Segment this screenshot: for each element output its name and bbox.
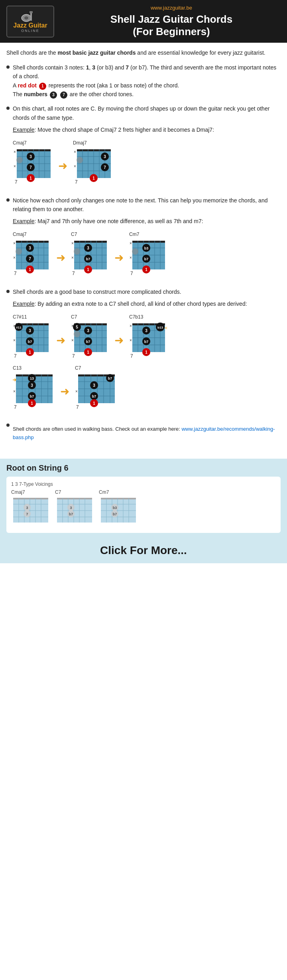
- svg-text:5: 5: [76, 325, 78, 329]
- svg-text:7: 7: [15, 179, 18, 185]
- root-section: Root on String 6 1 3 7-Type Voicings Cma…: [0, 459, 287, 538]
- svg-text:×: ×: [71, 255, 74, 260]
- svg-point-137: [74, 331, 80, 337]
- svg-text:1: 1: [87, 267, 89, 272]
- click-more-banner[interactable]: Click For More...: [0, 538, 287, 563]
- chord-label-dmaj7: Dmaj7: [73, 139, 87, 147]
- svg-point-16: [16, 157, 23, 163]
- chord-diagram-c13: × ➜ 13 3 b7 1: [13, 373, 55, 411]
- logo-text: Jazz Guitar: [13, 22, 47, 29]
- chord-group-c7b13: C7b13 × ×: [129, 313, 167, 360]
- chord-row-2: Cmaj7 × ×: [13, 231, 281, 277]
- bullet-item-5: Shell chords are often used in walking b…: [6, 421, 281, 446]
- root-chord-label-3: Cm7: [99, 489, 109, 495]
- page-title: Shell Jazz Guitar Chords (For Beginners): [62, 13, 281, 38]
- svg-text:7: 7: [130, 271, 133, 276]
- bullet-item-4: Shell chords are a good base to construc…: [6, 287, 281, 416]
- arrow-icon-5: ➜: [114, 332, 124, 350]
- chord-diagram-cmaj7-2: × × 3 7 1 7: [13, 239, 51, 277]
- root-chord-diagram-3: b7 b3: [99, 496, 139, 528]
- bullet-content-3: Notice how each chord only changes one n…: [13, 196, 281, 282]
- chord-label-c7s11: C7#11: [13, 313, 27, 321]
- svg-text:13: 13: [30, 376, 34, 380]
- chord-group-c7-3: C7 × b7: [75, 364, 117, 411]
- chord-group-cmaj7-1: Cmaj7: [13, 139, 53, 186]
- chord-diagram-c7b13: × × b13 3 b7 1 7 ➜: [129, 322, 167, 360]
- chord-diagram-cm7-1: × × b3 b7 1 7: [129, 239, 167, 277]
- example-label-2: Example: [13, 218, 34, 224]
- bullet-item-1: Shell chords contain 3 notes: 1, 3 (or b…: [6, 63, 281, 99]
- svg-text:3: 3: [93, 383, 95, 388]
- root-chord-diagram-2: b7 3: [55, 496, 95, 528]
- svg-point-1: [24, 16, 28, 20]
- bullet-dot: [6, 65, 10, 69]
- svg-rect-211: [13, 498, 48, 499]
- svg-text:7: 7: [26, 512, 28, 516]
- chord-row-3: C7#11 × ×: [13, 313, 281, 360]
- root-chord-label-1: Cmaj7: [11, 489, 25, 495]
- chord-group-cm7: Cm7 × ×: [129, 231, 167, 277]
- svg-text:b7: b7: [108, 376, 112, 380]
- svg-text:1: 1: [93, 401, 95, 406]
- svg-text:3: 3: [145, 329, 147, 333]
- svg-text:3: 3: [31, 383, 33, 388]
- svg-text:3: 3: [29, 246, 31, 250]
- svg-text:×: ×: [13, 255, 16, 260]
- arrow-icon-4: ➜: [56, 332, 65, 350]
- bullet-content-4: Shell chords are a good base to construc…: [13, 287, 281, 416]
- bullet-dot-4: [6, 290, 10, 293]
- bullet-content-2: On this chart, all root notes are C. By …: [13, 104, 281, 190]
- svg-text:b3: b3: [113, 506, 117, 510]
- svg-text:1: 1: [29, 350, 31, 354]
- bullet-dot-3: [6, 198, 10, 202]
- svg-text:3: 3: [87, 246, 89, 250]
- chord-group-dmaj7: Dmaj7 × ×: [73, 139, 113, 186]
- chord-label-c7-3: C7: [75, 364, 81, 372]
- svg-text:b3: b3: [144, 246, 149, 250]
- bullet-content-1: Shell chords contain 3 notes: 1, 3 (or b…: [13, 63, 281, 99]
- svg-text:×: ×: [14, 164, 16, 168]
- chord-diagram-c7-2: × × 5 3 b7 1 7: [71, 322, 109, 360]
- svg-text:×: ×: [75, 389, 78, 394]
- root-chord-row: Cmaj7 7 3: [11, 489, 276, 528]
- svg-text:b7: b7: [113, 512, 117, 516]
- svg-text:b7: b7: [144, 340, 149, 344]
- chord-diagram-c7-3: × b7 3 b7 1 7: [75, 373, 117, 411]
- bullet-item-2: On this chart, all root notes are C. By …: [6, 104, 281, 190]
- page-header: Jazz Guitar ONLINE www.jazzguitar.be She…: [0, 0, 287, 43]
- chord-label-c7-1: C7: [71, 231, 77, 238]
- chord-diagram-c7-1: × × 3 b7 1 7: [71, 239, 109, 277]
- svg-text:7: 7: [76, 404, 79, 410]
- svg-text:×: ×: [130, 338, 132, 343]
- root-chord-label-2: C7: [55, 489, 61, 495]
- svg-text:×: ×: [130, 324, 132, 328]
- chord-diagram-c7s11: × × #11 3 b7 1 7: [13, 322, 51, 360]
- svg-text:1: 1: [29, 176, 32, 180]
- svg-text:1: 1: [145, 267, 147, 272]
- chord-group-c7: C7 × ×: [71, 231, 109, 277]
- example-block-3: Example: By adding an extra note to a C7…: [13, 299, 281, 308]
- example-label-3: Example: [13, 301, 34, 307]
- svg-point-96: [132, 248, 138, 255]
- svg-text:×: ×: [13, 389, 16, 394]
- svg-text:1: 1: [29, 267, 31, 272]
- arrow-icon-1: ➜: [58, 157, 67, 175]
- walking-bass-link[interactable]: www.jazzguitar.be/recommends/walking-bas…: [13, 426, 275, 440]
- svg-text:1: 1: [145, 350, 147, 354]
- svg-text:b7: b7: [86, 340, 90, 344]
- svg-text:3: 3: [26, 506, 28, 510]
- root-chord-group-1: Cmaj7 7 3: [11, 489, 51, 528]
- svg-text:b7: b7: [30, 394, 34, 398]
- svg-text:×: ×: [74, 150, 76, 154]
- svg-text:3: 3: [104, 154, 106, 159]
- svg-text:b7: b7: [86, 257, 90, 261]
- chord-label-cmaj7-2: Cmaj7: [13, 231, 27, 238]
- intro-paragraph: Shell chords are the most basic jazz gui…: [6, 48, 281, 57]
- svg-text:×: ×: [130, 255, 132, 260]
- svg-text:3: 3: [29, 154, 32, 159]
- svg-text:×: ×: [13, 241, 16, 245]
- svg-text:b7: b7: [144, 257, 149, 261]
- svg-text:3: 3: [87, 329, 89, 333]
- bullet-item-3: Notice how each chord only changes one n…: [6, 196, 281, 282]
- chord-label-c7b13: C7b13: [129, 313, 143, 321]
